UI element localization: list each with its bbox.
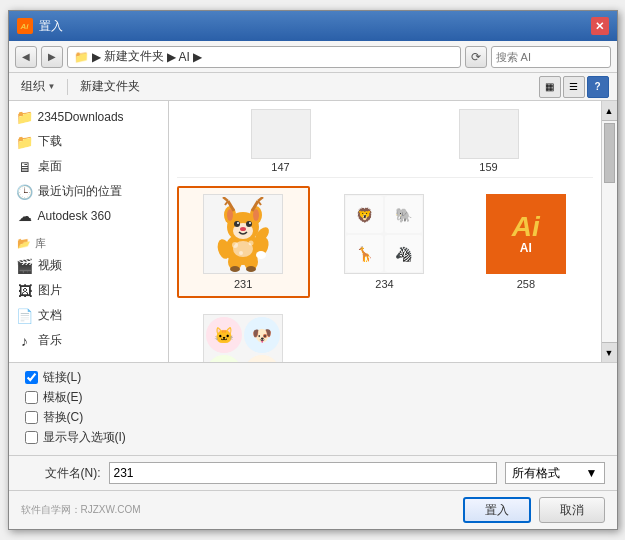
svg-point-10 [249,222,251,224]
file-name-258: 258 [517,278,535,290]
organize-arrow: ▼ [48,82,56,91]
file-item-147[interactable]: 147 [251,109,311,173]
watermark-text: 软件自学网：RJZXW.COM [21,503,141,517]
documents-label: 文档 [38,307,62,324]
format-dropdown[interactable]: 所有格式 ▼ [505,462,605,484]
images-icon: 🖼 [17,283,33,299]
file-item-258[interactable]: Ai AI 258 [459,186,592,298]
template-label: 模板(E) [43,389,83,406]
video-icon: 🎬 [17,258,33,274]
organize-button[interactable]: 组织 ▼ [17,76,60,97]
place-button[interactable]: 置入 [463,497,531,523]
options-area: 链接(L) 模板(E) 替换(C) 显示导入选项(I) [9,362,617,455]
dialog-title: 置入 [39,18,63,35]
mini-animal-1: 🦁 [346,196,383,233]
svg-point-9 [237,222,239,224]
search-input[interactable] [492,51,611,63]
scroll-up[interactable]: ▲ [602,101,617,121]
back-button[interactable]: ◀ [15,46,37,68]
animal-svg-231 [208,197,278,272]
path-breadcrumb[interactable]: 📁 ▶ 新建文件夹 ▶ AI ▶ [67,46,461,68]
dialog-window: Ai 置入 ✕ ◀ ▶ 📁 ▶ 新建文件夹 ▶ AI ▶ ⟳ 🔍 组织 ▼ [8,10,618,530]
help-button[interactable]: ? [587,76,609,98]
svg-point-27 [232,242,238,248]
scroll-down[interactable]: ▼ [602,342,617,362]
desktop-label: 桌面 [38,158,62,175]
folder-icon: 📁 [74,50,89,64]
recent-icon: 🕒 [17,184,33,200]
thumb-147 [251,109,311,159]
app-icon: Ai [17,18,33,34]
nav-item-documents[interactable]: 📄 文档 [9,303,168,328]
cancel-button[interactable]: 取消 [539,497,605,523]
template-checkbox[interactable] [25,391,38,404]
refresh-button[interactable]: ⟳ [465,46,487,68]
svg-point-3 [227,209,233,221]
forward-button[interactable]: ▶ [41,46,63,68]
show-options-label: 显示导入选项(I) [43,429,126,446]
nav-item-autodesk[interactable]: ☁ Autodesk 360 [9,204,168,228]
thumb-231 [203,194,283,274]
nav-item-desktop[interactable]: 🖥 桌面 [9,154,168,179]
svg-point-5 [253,209,259,221]
link-checkbox[interactable] [25,371,38,384]
search-box[interactable]: 🔍 [491,46,611,68]
file-name-159: 159 [479,161,497,173]
file-item-159[interactable]: 159 [459,109,519,173]
svg-line-17 [258,201,261,205]
replace-label: 替换(C) [43,409,84,426]
music-label: 音乐 [38,332,62,349]
replace-checkbox[interactable] [25,411,38,424]
downloads-label: 2345Downloads [38,110,124,124]
show-options-checkbox[interactable] [25,431,38,444]
toolbar2-right: ▦ ☰ ? [539,76,609,98]
video-label: 视频 [38,257,62,274]
animals-357-grid: 🐱 🐶 🐰 🐻 [206,317,280,362]
view-details-button[interactable]: ☰ [563,76,585,98]
new-folder-button[interactable]: 新建文件夹 [76,76,144,97]
download-folder-icon: 📁 [17,134,33,150]
nav-item-music[interactable]: ♪ 音乐 [9,328,168,353]
library-section: 📂 库 [9,228,168,253]
close-button[interactable]: ✕ [591,17,609,35]
nav-item-images[interactable]: 🖼 图片 [9,278,168,303]
file-name-231: 231 [234,278,252,290]
link-label: 链接(L) [43,369,82,386]
file-scrollbar[interactable]: ▲ ▼ [601,101,617,362]
view-button[interactable]: ▦ [539,76,561,98]
show-options-row: 显示导入选项(I) [25,429,601,446]
nav-item-recent[interactable]: 🕒 最近访问的位置 [9,179,168,204]
multi-animals: 🦁 🐘 🦒 🦓 [346,196,422,272]
file-select-area: 文件名(N): 所有格式 ▼ [9,455,617,490]
images-label: 图片 [38,282,62,299]
scroll-thumb[interactable] [604,123,615,183]
svg-point-25 [256,251,266,259]
autodesk-label: Autodesk 360 [38,209,111,223]
nav-item-downloads[interactable]: 📁 2345Downloads [9,105,168,129]
file-item-231[interactable]: 231 [177,186,310,298]
action-row: 软件自学网：RJZXW.COM 置入 取消 [9,490,617,529]
file-name-label: 文件名(N): [21,465,101,482]
mini-animal-3: 🦒 [346,235,383,272]
format-arrow: ▼ [586,466,598,480]
file-name-field[interactable] [109,462,497,484]
ai-logo-text: Ai [512,213,540,241]
mini-animal-4: 🦓 [385,235,422,272]
library-folder-icon: 📂 [17,237,31,250]
nav-item-video[interactable]: 🎬 视频 [9,253,168,278]
thumb-357: 🐱 🐶 🐰 🐻 [203,314,283,362]
file-item-234[interactable]: 🦁 🐘 🦒 🦓 234 [318,186,451,298]
file-grid: 231 🦁 🐘 🦒 🦓 234 [177,186,593,362]
music-icon: ♪ [17,333,33,349]
recent-label: 最近访问的位置 [38,183,122,200]
svg-point-28 [249,240,254,245]
toolbar2: 组织 ▼ 新建文件夹 ▦ ☰ ? [9,73,617,101]
downloads-folder-icon: 📁 [17,109,33,125]
path-bar: ◀ ▶ 📁 ▶ 新建文件夹 ▶ AI ▶ ⟳ 🔍 [9,41,617,73]
nav-item-download[interactable]: 📁 下载 [9,129,168,154]
left-nav: 📁 2345Downloads 📁 下载 🖥 桌面 🕒 最近访问的位置 ☁ Au… [9,101,169,362]
file-name-234: 234 [375,278,393,290]
file-item-357[interactable]: 🐱 🐶 🐰 🐻 357 [177,306,310,362]
format-label: 所有格式 [512,465,560,482]
mini-animal-2: 🐘 [385,196,422,233]
